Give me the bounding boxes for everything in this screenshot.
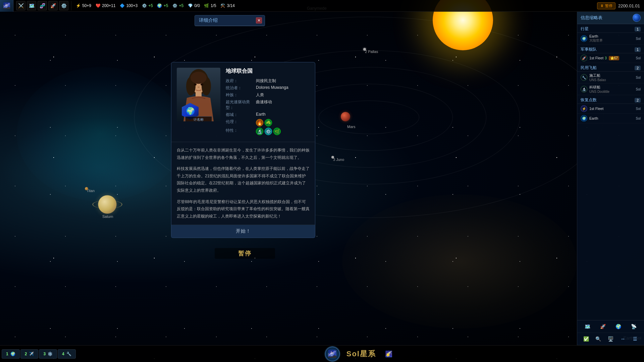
right-panel: 信息缩略表 行星 1 🌍 Earth 大陆世界 Sol 军事舰队 1 🚀 1st…	[577, 12, 644, 345]
pallas-dot	[363, 48, 366, 51]
section-military: 军事舰队 1	[577, 45, 644, 53]
section-military-count: 1	[635, 47, 641, 52]
tech-icon: ⚙️	[142, 3, 147, 8]
right-panel-globe-icon[interactable]	[633, 14, 641, 22]
faction-name: 地球联合国	[226, 68, 310, 75]
emblem-icon: 🌍	[186, 107, 195, 116]
br-icon-minimap[interactable]: 🗺️	[583, 322, 592, 331]
balao-name: UNS Balao	[589, 78, 634, 82]
svg-point-4	[191, 72, 207, 84]
svg-point-5	[194, 83, 197, 85]
exotic-icon: 🌿	[204, 3, 209, 8]
logo-button[interactable]: 🌌	[0, 0, 13, 12]
section-civilian-label: 民用飞船	[581, 65, 597, 71]
resource-minerals: ❤️ 200+11	[95, 3, 115, 8]
pause-button[interactable]: ⏸ 暂停	[597, 2, 615, 9]
panel-item-1stfleet[interactable]: 🚀 1st Fleet 3 ⭐67 Sol	[577, 53, 644, 63]
action-icon-ship[interactable]: 🚀	[48, 1, 58, 10]
name-badge: 计名称	[185, 116, 212, 121]
date-display: 2200.01.01	[618, 3, 640, 8]
trait-icon-1: 🔬	[256, 128, 263, 135]
action-icon-settings[interactable]: ⚙️	[59, 1, 68, 10]
ruler-row: 统治者： Dolores Muwanga	[226, 85, 310, 91]
resource-unity: 🌍 +5	[157, 3, 168, 8]
br-icon-search[interactable]: 🔍	[594, 334, 603, 344]
faction-lore: 自从二十万年前人类在非洲诞生至今，发生了许许多多的事情，我们的种族迅速的扩张到了…	[171, 142, 315, 225]
capital-row: 都城： Earth	[226, 112, 310, 118]
tab-2-num: 2	[25, 352, 27, 356]
faction-info: 地球联合国 政府： 间接民主制 统治者： Dolores Muwanga 种族：…	[226, 68, 310, 136]
action-icon-map[interactable]: 🗺️	[27, 1, 36, 10]
bottom-bar: 1 🌍 2 ✈️ 3 ❄️ 4 🔧 🌌 Sol星系 🌠	[0, 345, 644, 362]
br-icon-screen[interactable]: 🖥️	[606, 334, 615, 344]
doolittle-info: 科研船 UNS Doolittle	[589, 85, 634, 94]
detail-dialog: 详细介绍 ✕	[195, 15, 265, 26]
bottom-right-row-1: 🗺️ 🚀 🌍 📡	[577, 320, 644, 333]
sol-nav-icon[interactable]: 🌠	[383, 348, 395, 360]
pause-icon: ⏸	[600, 4, 604, 8]
action-icon-bio[interactable]: 🧬	[38, 1, 47, 10]
food-value: 100+3	[126, 3, 138, 8]
ftl-label: 超光速驱动类型：	[226, 99, 256, 111]
lore-para-2: 科技发展虽然迅速，但也伴随着代价，在人类掌控原子能以前，战争夺走了千上万的生命。…	[177, 165, 310, 194]
earth-sub: 大陆世界	[589, 38, 634, 43]
tech-value: +5	[148, 3, 153, 8]
mars-planet[interactable]	[341, 112, 350, 121]
traits-icons: 🔬 ⚙️ 🌿	[256, 128, 281, 135]
traits-label: 特性：	[226, 128, 256, 135]
faction-portrait: 🌍 计名称	[177, 68, 220, 121]
saturn-label: Saturn	[102, 215, 113, 219]
minerals-value: 200+11	[102, 3, 115, 8]
panel-item-recovery-earth[interactable]: 🌍 Earth Sol	[577, 114, 644, 123]
bottom-center: 🌌 Sol星系 🌠	[76, 347, 644, 361]
sol-system-icon[interactable]: 🌌	[325, 347, 340, 361]
balao-type: 施工船	[589, 73, 634, 78]
detail-dialog-title: 详细介绍	[199, 17, 218, 23]
influence-value: +5	[179, 3, 184, 8]
br-icon-comms[interactable]: 📡	[629, 322, 638, 331]
panel-item-doolittle[interactable]: 🔬 科研船 UNS Doolittle Sol	[577, 83, 644, 95]
resource-energy: ⚡ 50+9	[75, 3, 91, 8]
doolittle-type: 科研船	[589, 85, 634, 90]
unity-icon: 🌍	[157, 3, 162, 8]
br-icon-menu[interactable]: ☰	[631, 334, 640, 344]
ethics-row: 伦理： 🔥 ☘️	[226, 119, 310, 126]
detail-dialog-close[interactable]: ✕	[256, 17, 262, 23]
ethics-label: 伦理：	[226, 119, 256, 126]
br-icon-fleet[interactable]: 🚀	[598, 322, 608, 331]
section-planets-count: 1	[635, 27, 641, 32]
pallas-label: 2 Pallas	[365, 50, 378, 54]
bottom-tab-3[interactable]: 3 ❄️	[39, 349, 57, 359]
action-icon-combat[interactable]: ⚔️	[16, 1, 25, 10]
panel-item-balao[interactable]: 🔧 施工船 UNS Balao Sol	[577, 72, 644, 83]
sol-title-area: Sol星系	[346, 349, 376, 359]
section-planets: 行星 1	[577, 25, 644, 33]
start-button[interactable]: 开始！	[171, 225, 315, 238]
br-icon-planet[interactable]: 🌍	[613, 322, 623, 331]
earth-info: Earth 大陆世界	[589, 34, 634, 43]
recovery-fleet-name: 1st Fleet	[589, 107, 634, 111]
detail-dialog-titlebar: 详细介绍 ✕	[195, 15, 265, 26]
section-recovery: 恢复点数 2	[577, 96, 644, 104]
fleet-badge: ⭐67	[609, 56, 619, 60]
bottom-tab-4[interactable]: 4 🔧	[58, 349, 76, 359]
balao-icon: 🔧	[581, 74, 587, 81]
resource-exotic: 🌿 1/5	[204, 3, 216, 8]
fleet-count: 3	[605, 56, 607, 60]
br-icon-check[interactable]: ✅	[581, 334, 591, 344]
species-value: 人类	[256, 92, 264, 98]
tab-1-icon: 🌍	[10, 352, 15, 356]
br-icon-arrows[interactable]: ↔️	[618, 334, 628, 344]
section-civilian-count: 2	[635, 66, 641, 70]
bottom-tab-2[interactable]: 2 ✈️	[20, 349, 39, 359]
panel-item-earth[interactable]: 🌍 Earth 大陆世界 Sol	[577, 33, 644, 45]
recovery-earth-icon: 🌍	[581, 115, 587, 122]
minerals-icon: ❤️	[95, 3, 101, 8]
sol-system-title: Sol星系	[346, 349, 376, 359]
panel-item-recovery-fleet[interactable]: ⚡ 1st Fleet Sol	[577, 104, 644, 114]
ethics-icons: 🔥 ☘️	[256, 119, 272, 126]
government-label: 政府：	[226, 78, 256, 84]
tab-3-icon: ❄️	[48, 352, 53, 356]
bottom-tab-1[interactable]: 1 🌍	[2, 349, 20, 359]
lore-para-3: 尽管88年的毛里塔尼亚警察行动让某些人厌恶大权独揽的联合国，但不可反驳的是：联合…	[177, 198, 310, 220]
